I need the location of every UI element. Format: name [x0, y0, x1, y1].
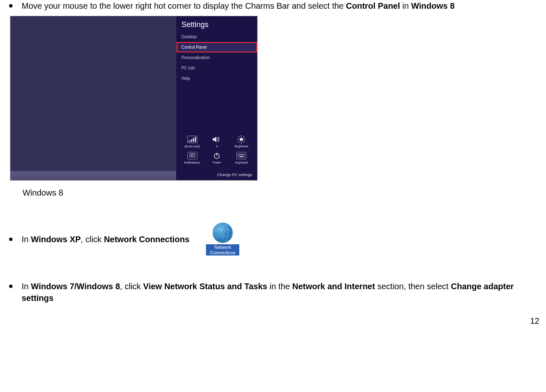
svg-rect-23 [242, 154, 243, 155]
bullet-dot-icon [9, 285, 12, 288]
text-segment: in [400, 1, 411, 10]
tile-label: Keyboard [235, 161, 248, 164]
svg-line-13 [238, 141, 239, 142]
svg-rect-21 [240, 154, 241, 155]
bullet-text: Move your mouse to the lower right hot c… [22, 0, 454, 12]
svg-rect-19 [238, 154, 245, 158]
text-segment: , click [120, 282, 143, 291]
windows8-settings-screenshot: Settings Desktop Control Panel Personali… [10, 16, 258, 181]
sun-icon [236, 136, 246, 143]
svg-rect-20 [238, 154, 239, 155]
tile-brightness[interactable]: Brightness [230, 136, 253, 148]
text-bold: Control Panel [346, 1, 400, 10]
change-pc-settings-link[interactable]: Change PC settings [176, 171, 257, 180]
bullet-text: In Windows XP, click Network Connections [22, 233, 189, 245]
tile-volume[interactable]: 4 [205, 136, 228, 148]
svg-rect-2 [193, 138, 194, 142]
charm-item-personalization[interactable]: Personalization [176, 52, 257, 63]
tile-row: [Evozi.com] 4 Brightness [180, 136, 254, 148]
svg-rect-3 [195, 137, 196, 142]
svg-rect-0 [189, 141, 190, 142]
svg-line-12 [243, 136, 244, 137]
tile-label: Brightness [235, 145, 248, 148]
svg-point-5 [240, 138, 243, 141]
charm-item-control-panel[interactable]: Control Panel [176, 42, 257, 52]
tile-row: Notifications Power Keyboard [180, 152, 254, 164]
text-bold: Windows 7/Windows 8 [31, 282, 120, 291]
power-icon [212, 152, 222, 159]
tile-label: 4 [216, 145, 218, 148]
tile-keyboard[interactable]: Keyboard [230, 152, 253, 164]
svg-rect-25 [239, 156, 243, 157]
charm-title: Settings [176, 16, 257, 32]
svg-line-10 [238, 136, 239, 137]
keyboard-icon [236, 152, 246, 159]
charm-item-help[interactable]: Help [176, 73, 257, 84]
text-bold: Network and Internet [292, 282, 375, 291]
text-segment: In [22, 235, 31, 244]
text-bold: Windows 8 [411, 1, 454, 10]
text-segment: Move your mouse to the lower right hot c… [22, 1, 346, 10]
text-bold: View Network Status and Tasks [143, 282, 267, 291]
svg-line-11 [243, 141, 244, 142]
notifications-icon [187, 152, 197, 159]
svg-rect-1 [191, 139, 192, 142]
network-connections-xp-icon[interactable]: Network Connections [206, 223, 239, 256]
charm-tiles: [Evozi.com] 4 Brightness [176, 131, 257, 171]
bullet-item-win7-win8: In Windows 7/Windows 8, click View Netwo… [4, 280, 542, 304]
bullet-text: In Windows 7/Windows 8, click View Netwo… [22, 280, 542, 304]
globe-icon [213, 223, 233, 243]
bullet-item-win8-charms: Move your mouse to the lower right hot c… [4, 0, 542, 12]
text-segment: , click [81, 235, 104, 244]
text-bold: Network Connections [104, 235, 190, 244]
text-segment: section, then select [375, 282, 451, 291]
signal-bars-icon [187, 136, 197, 143]
settings-charm-panel: Settings Desktop Control Panel Personali… [176, 16, 257, 180]
charm-item-pc-info[interactable]: PC info [176, 63, 257, 73]
tile-label: Notifications [184, 161, 200, 164]
svg-rect-14 [190, 154, 195, 157]
figure-caption: Windows 8 [22, 188, 542, 198]
speaker-icon [212, 136, 222, 143]
tile-network[interactable]: [Evozi.com] [181, 136, 204, 148]
bullet-dot-icon [9, 4, 12, 7]
text-segment: in the [267, 282, 292, 291]
bullet-dot-icon [9, 238, 12, 241]
text-segment: In [22, 282, 31, 291]
tile-label: [Evozi.com] [185, 145, 200, 148]
svg-rect-24 [243, 154, 244, 155]
xp-icon-label: Network Connections [206, 244, 239, 256]
svg-rect-22 [241, 154, 242, 155]
svg-marker-4 [213, 136, 216, 142]
tile-notifications[interactable]: Notifications [181, 152, 204, 164]
bullet-item-winxp: In Windows XP, click Network Connections… [4, 223, 542, 256]
text-bold: Windows XP [31, 235, 81, 244]
tile-label: Power [213, 161, 221, 164]
page-number: 12 [4, 316, 542, 326]
tile-power[interactable]: Power [205, 152, 228, 164]
charm-item-desktop[interactable]: Desktop [176, 32, 257, 42]
